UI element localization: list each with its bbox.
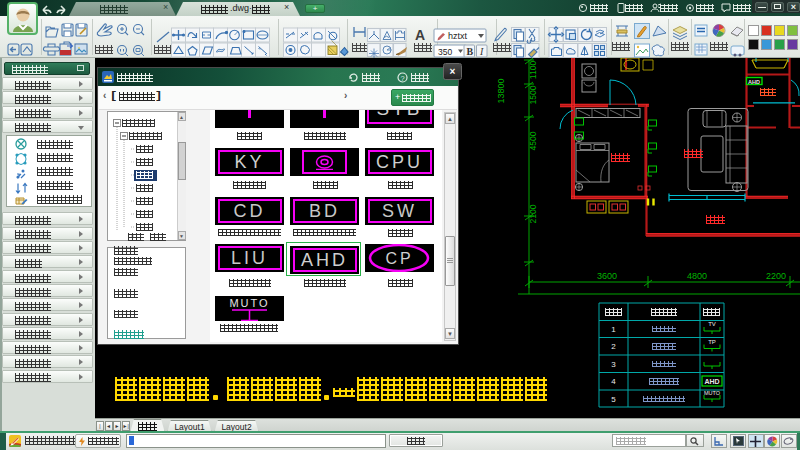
svg-text:2: 2: [611, 342, 616, 351]
svg-text:hztxt: hztxt: [448, 31, 468, 41]
svg-text:TV: TV: [708, 321, 716, 327]
svg-text:350: 350: [438, 46, 452, 56]
svg-text:5: 5: [611, 395, 616, 404]
svg-text:3600: 3600: [597, 271, 617, 281]
svg-text:4800: 4800: [687, 271, 707, 281]
svg-text:4: 4: [611, 377, 616, 386]
svg-text:AHD: AHD: [704, 378, 719, 385]
svg-text:4500: 4500: [528, 131, 538, 150]
svg-text:?: ?: [401, 73, 405, 82]
svg-text:1100: 1100: [528, 61, 538, 80]
svg-text:1500: 1500: [528, 85, 538, 104]
svg-text:2200: 2200: [766, 271, 786, 281]
svg-text:1: 1: [611, 325, 616, 334]
svg-text:AHD: AHD: [748, 79, 760, 85]
svg-text:13800: 13800: [496, 78, 506, 103]
svg-text:I: I: [479, 45, 484, 56]
svg-text:TP: TP: [708, 339, 716, 345]
svg-text:A: A: [415, 27, 425, 43]
svg-text:MUTO: MUTO: [704, 390, 721, 396]
svg-text:3: 3: [611, 360, 616, 369]
svg-text:B: B: [467, 45, 474, 56]
svg-text:2100: 2100: [528, 204, 538, 223]
